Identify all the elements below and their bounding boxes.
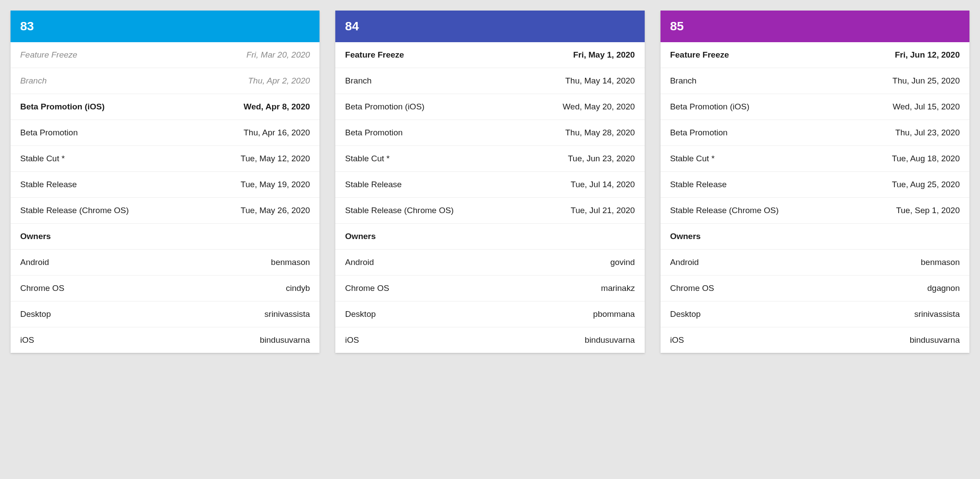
owner-platform: Chrome OS [20, 283, 64, 293]
milestone-label: Beta Promotion [20, 128, 78, 138]
owner-platform: iOS [345, 335, 359, 345]
milestone-date: Thu, May 14, 2020 [565, 76, 635, 86]
owner-name[interactable]: dgagnon [927, 283, 960, 293]
owner-row: iOSbindusuvarna [335, 327, 644, 353]
milestone-date: Fri, May 1, 2020 [573, 50, 635, 60]
release-card-84: 84Feature FreezeFri, May 1, 2020BranchTh… [335, 11, 644, 353]
milestone-label: Stable Release [345, 180, 402, 189]
milestone-row: BranchThu, May 14, 2020 [335, 68, 644, 94]
milestone-row: Beta PromotionThu, Apr 16, 2020 [11, 120, 319, 146]
milestone-date: Tue, Jun 23, 2020 [568, 154, 635, 163]
milestone-label: Branch [20, 76, 47, 86]
milestone-row: Feature FreezeFri, Jun 12, 2020 [661, 42, 969, 68]
milestone-date: Wed, May 20, 2020 [563, 102, 635, 112]
milestone-date: Tue, Jul 21, 2020 [571, 206, 635, 215]
owner-platform: Desktop [670, 309, 701, 319]
milestone-label: Beta Promotion [345, 128, 403, 138]
owners-heading: Owners [335, 224, 644, 250]
owner-name[interactable]: bindusuvarna [260, 335, 310, 345]
milestone-row: Beta Promotion (iOS)Wed, May 20, 2020 [335, 94, 644, 120]
milestone-date: Thu, Jun 25, 2020 [893, 76, 960, 86]
milestone-date: Thu, Jul 23, 2020 [895, 128, 960, 138]
milestone-date: Tue, Aug 25, 2020 [892, 180, 960, 189]
milestone-row: BranchThu, Jun 25, 2020 [661, 68, 969, 94]
owner-platform: iOS [670, 335, 684, 345]
milestone-row: Beta Promotion (iOS)Wed, Jul 15, 2020 [661, 94, 969, 120]
owner-name[interactable]: srinivassista [915, 309, 960, 319]
milestone-row: Stable ReleaseTue, Aug 25, 2020 [661, 172, 969, 198]
owner-name[interactable]: bindusuvarna [585, 335, 635, 345]
owner-platform: Android [345, 258, 374, 267]
milestone-date: Tue, Jul 14, 2020 [571, 180, 635, 189]
owners-heading: Owners [11, 224, 319, 250]
milestone-row: Stable Release (Chrome OS)Tue, Sep 1, 20… [661, 198, 969, 224]
milestone-label: Beta Promotion (iOS) [345, 102, 425, 112]
owner-name[interactable]: benmason [921, 258, 960, 267]
milestone-label: Beta Promotion (iOS) [20, 102, 105, 112]
release-version-header[interactable]: 83 [11, 11, 319, 42]
milestone-label: Feature Freeze [345, 50, 404, 60]
owner-row: Desktoppbommana [335, 301, 644, 327]
milestone-date: Tue, May 12, 2020 [241, 154, 310, 163]
owner-name[interactable]: marinakz [601, 283, 635, 293]
milestone-label: Feature Freeze [20, 50, 77, 60]
milestone-label: Stable Cut * [345, 154, 389, 163]
owner-row: Desktopsrinivassista [661, 301, 969, 327]
milestone-label: Stable Cut * [20, 154, 65, 163]
milestone-label: Stable Release [670, 180, 727, 189]
owner-row: iOSbindusuvarna [661, 327, 969, 353]
milestone-date: Fri, Mar 20, 2020 [247, 50, 310, 60]
milestone-row: Stable ReleaseTue, May 19, 2020 [11, 172, 319, 198]
milestone-row: BranchThu, Apr 2, 2020 [11, 68, 319, 94]
milestone-label: Feature Freeze [670, 50, 729, 60]
owner-row: Chrome OScindyb [11, 276, 319, 301]
milestone-row: Feature FreezeFri, Mar 20, 2020 [11, 42, 319, 68]
owner-platform: Desktop [345, 309, 376, 319]
owner-platform: Desktop [20, 309, 51, 319]
owner-platform: Chrome OS [345, 283, 389, 293]
owner-row: Chrome OSmarinakz [335, 276, 644, 301]
milestone-row: Stable Release (Chrome OS)Tue, May 26, 2… [11, 198, 319, 224]
milestone-row: Beta PromotionThu, Jul 23, 2020 [661, 120, 969, 146]
owner-platform: Android [670, 258, 699, 267]
owner-row: Desktopsrinivassista [11, 301, 319, 327]
release-card-83: 83Feature FreezeFri, Mar 20, 2020BranchT… [11, 11, 319, 353]
milestone-row: Stable ReleaseTue, Jul 14, 2020 [335, 172, 644, 198]
owner-name[interactable]: govind [610, 258, 635, 267]
milestone-date: Tue, May 19, 2020 [241, 180, 310, 189]
release-card-85: 85Feature FreezeFri, Jun 12, 2020BranchT… [661, 11, 969, 353]
milestone-row: Beta Promotion (iOS)Wed, Apr 8, 2020 [11, 94, 319, 120]
milestone-row: Stable Cut *Tue, Jun 23, 2020 [335, 146, 644, 172]
milestone-date: Thu, Apr 16, 2020 [243, 128, 310, 138]
milestone-label: Stable Release (Chrome OS) [20, 206, 129, 215]
milestone-label: Beta Promotion [670, 128, 728, 138]
owner-name[interactable]: srinivassista [265, 309, 310, 319]
milestone-label: Branch [670, 76, 697, 86]
milestone-row: Stable Release (Chrome OS)Tue, Jul 21, 2… [335, 198, 644, 224]
release-cards-container: 83Feature FreezeFri, Mar 20, 2020BranchT… [11, 11, 969, 353]
milestone-date: Thu, May 28, 2020 [565, 128, 635, 138]
milestone-row: Stable Cut *Tue, May 12, 2020 [11, 146, 319, 172]
milestone-label: Stable Release (Chrome OS) [670, 206, 779, 215]
owner-row: Chrome OSdgagnon [661, 276, 969, 301]
owner-row: Androidgovind [335, 250, 644, 276]
milestone-date: Wed, Apr 8, 2020 [243, 102, 310, 112]
owner-name[interactable]: bindusuvarna [910, 335, 960, 345]
owner-row: Androidbenmason [11, 250, 319, 276]
owners-heading: Owners [661, 224, 969, 250]
release-version-header[interactable]: 85 [661, 11, 969, 42]
owner-platform: iOS [20, 335, 34, 345]
owner-platform: Chrome OS [670, 283, 714, 293]
owner-name[interactable]: benmason [271, 258, 310, 267]
milestone-label: Branch [345, 76, 371, 86]
owner-name[interactable]: cindyb [286, 283, 310, 293]
milestone-row: Stable Cut *Tue, Aug 18, 2020 [661, 146, 969, 172]
milestone-label: Stable Release (Chrome OS) [345, 206, 454, 215]
release-version-header[interactable]: 84 [335, 11, 644, 42]
owner-name[interactable]: pbommana [593, 309, 635, 319]
milestone-row: Beta PromotionThu, May 28, 2020 [335, 120, 644, 146]
milestone-date: Fri, Jun 12, 2020 [895, 50, 960, 60]
milestone-date: Thu, Apr 2, 2020 [248, 76, 310, 86]
owner-row: iOSbindusuvarna [11, 327, 319, 353]
milestone-date: Wed, Jul 15, 2020 [893, 102, 960, 112]
